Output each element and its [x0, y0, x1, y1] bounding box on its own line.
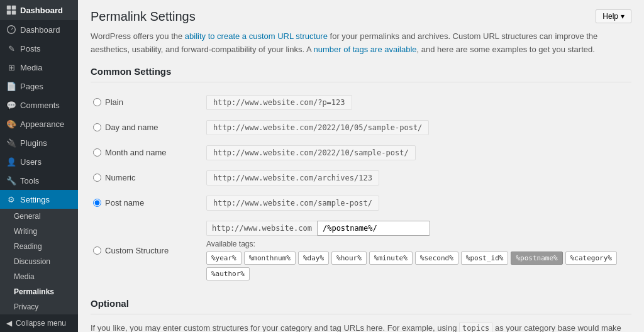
dashboard-icon — [6, 25, 16, 35]
page-header: Permalink Settings Help ▾ — [91, 9, 631, 24]
submenu-permalinks[interactable]: Permalinks — [0, 284, 78, 299]
tag-postname[interactable]: %postname% — [511, 252, 562, 265]
common-settings-title: Common Settings — [91, 66, 631, 82]
custom-url-group: http://www.website.com — [206, 221, 629, 236]
dashboard-label: Dashboard — [20, 25, 60, 35]
day-name-option[interactable]: Day and name — [93, 123, 201, 132]
month-name-label: Month and name — [105, 148, 167, 157]
plain-url: http://www.website.com/?p=123 — [206, 95, 352, 110]
day-name-radio[interactable] — [93, 123, 101, 131]
plugins-icon: 🔌 — [6, 138, 16, 148]
day-name-url: http://www.website.com/2022/10/05/sample… — [206, 120, 429, 135]
sidebar-item-plugins[interactable]: 🔌 Plugins — [0, 133, 78, 152]
svg-rect-0 — [7, 6, 11, 9]
settings-label: Settings — [20, 195, 50, 204]
month-name-radio[interactable] — [93, 148, 101, 157]
available-tags-section: Available tags: %year% %monthnum% %day% … — [206, 240, 629, 280]
tools-label: Tools — [20, 176, 39, 185]
topics-code: topics — [459, 323, 492, 332]
month-name-option[interactable]: Month and name — [93, 148, 201, 157]
tag-category[interactable]: %category% — [565, 252, 617, 265]
submenu-writing[interactable]: Writing — [0, 224, 78, 239]
main-content: Permalink Settings Help ▾ WordPress offe… — [78, 0, 644, 332]
submenu-media[interactable]: Media — [0, 269, 78, 284]
submenu-reading[interactable]: Reading — [0, 239, 78, 254]
sidebar-item-appearance[interactable]: 🎨 Appearance — [0, 114, 78, 133]
sidebar-item-media[interactable]: ⊞ Media — [0, 58, 78, 77]
ability-link[interactable]: ability to create a custom URL structure — [185, 31, 328, 41]
sidebar-item-dashboard[interactable]: Dashboard — [0, 20, 78, 39]
plain-radio[interactable] — [93, 98, 101, 106]
collapse-icon: ◀ — [6, 319, 12, 328]
optional-section: Optional If you like, you may enter cust… — [91, 298, 631, 332]
tag-second[interactable]: %second% — [415, 252, 458, 265]
day-name-label: Day and name — [105, 123, 158, 132]
numeric-radio[interactable] — [93, 174, 101, 182]
sidebar-item-comments[interactable]: 💬 Comments — [0, 96, 78, 114]
settings-submenu: General Writing Reading Discussion Media… — [0, 209, 78, 314]
custom-structure-option[interactable]: Custom Structure — [93, 246, 201, 255]
table-row: Post name http://www.website.com/sample-… — [91, 191, 631, 216]
dashboard-header-icon — [6, 5, 16, 15]
help-button[interactable]: Help ▾ — [596, 9, 631, 23]
tag-year[interactable]: %year% — [206, 252, 242, 265]
sidebar-item-users[interactable]: 👤 Users — [0, 152, 78, 171]
tag-author[interactable]: %author% — [206, 267, 250, 280]
svg-rect-2 — [7, 11, 11, 14]
sidebar-header-label: Dashboard — [20, 6, 63, 15]
pages-icon: 📄 — [6, 81, 16, 91]
sidebar-item-settings[interactable]: ⚙ Settings — [0, 190, 78, 209]
table-row: Month and name http://www.website.com/20… — [91, 140, 631, 165]
submenu-general[interactable]: General — [0, 209, 78, 224]
post-name-option[interactable]: Post name — [93, 198, 201, 208]
optional-title: Optional — [91, 298, 631, 314]
submenu-discussion[interactable]: Discussion — [0, 254, 78, 269]
sidebar-item-posts[interactable]: ✎ Posts — [0, 39, 78, 58]
collapse-menu-button[interactable]: ◀ Collapse menu — [0, 314, 78, 332]
tag-hour[interactable]: %hour% — [331, 252, 367, 265]
custom-url-input[interactable] — [317, 221, 430, 236]
post-name-url: http://www.website.com/sample-post/ — [206, 196, 379, 211]
available-tags-label: Available tags: — [206, 240, 255, 248]
settings-icon: ⚙ — [6, 194, 16, 204]
tools-icon: 🔧 — [6, 175, 16, 185]
plain-option[interactable]: Plain — [93, 97, 201, 107]
submenu-privacy[interactable]: Privacy — [0, 299, 78, 314]
table-row: Plain http://www.website.com/?p=123 — [91, 90, 631, 115]
custom-structure-radio[interactable] — [93, 246, 101, 255]
media-icon: ⊞ — [6, 62, 16, 72]
pages-label: Pages — [20, 82, 43, 91]
svg-rect-3 — [12, 11, 16, 14]
numeric-option[interactable]: Numeric — [93, 173, 201, 182]
sidebar-item-pages[interactable]: 📄 Pages — [0, 77, 78, 96]
custom-structure-label: Custom Structure — [105, 246, 169, 255]
sidebar: Dashboard Dashboard ✎ Posts ⊞ Media 📄 Pa… — [0, 0, 78, 332]
settings-table: Plain http://www.website.com/?p=123 Day … — [91, 90, 631, 285]
table-row: Custom Structure http://www.website.com … — [91, 216, 631, 285]
sidebar-header[interactable]: Dashboard — [0, 0, 78, 20]
tags-row: %year% %monthnum% %day% %hour% %minute% … — [206, 252, 629, 280]
numeric-url: http://www.website.com/archives/123 — [206, 170, 379, 185]
post-name-label: Post name — [105, 198, 144, 208]
optional-description: If you like, you may enter custom struct… — [91, 322, 631, 332]
plain-label: Plain — [105, 97, 123, 107]
month-name-url: http://www.website.com/2022/10/sample-po… — [206, 145, 416, 160]
collapse-label: Collapse menu — [16, 319, 66, 328]
users-label: Users — [20, 157, 42, 167]
intro-description: WordPress offers you the ability to crea… — [91, 30, 631, 57]
posts-label: Posts — [20, 44, 41, 53]
numeric-label: Numeric — [105, 173, 135, 182]
tag-post-id[interactable]: %post_id% — [461, 252, 509, 265]
tag-monthnum[interactable]: %monthnum% — [244, 252, 296, 265]
comments-icon: 💬 — [6, 100, 16, 110]
sidebar-item-tools[interactable]: 🔧 Tools — [0, 171, 78, 190]
tag-minute[interactable]: %minute% — [369, 252, 413, 265]
tag-day[interactable]: %day% — [298, 252, 329, 265]
url-base: http://www.website.com — [206, 221, 317, 236]
tags-link[interactable]: number of tags are available — [314, 45, 417, 54]
plugins-label: Plugins — [20, 138, 47, 148]
post-name-radio[interactable] — [93, 199, 101, 207]
media-label: Media — [20, 63, 42, 72]
help-chevron-icon: ▾ — [621, 12, 625, 21]
table-row: Day and name http://www.website.com/2022… — [91, 115, 631, 140]
